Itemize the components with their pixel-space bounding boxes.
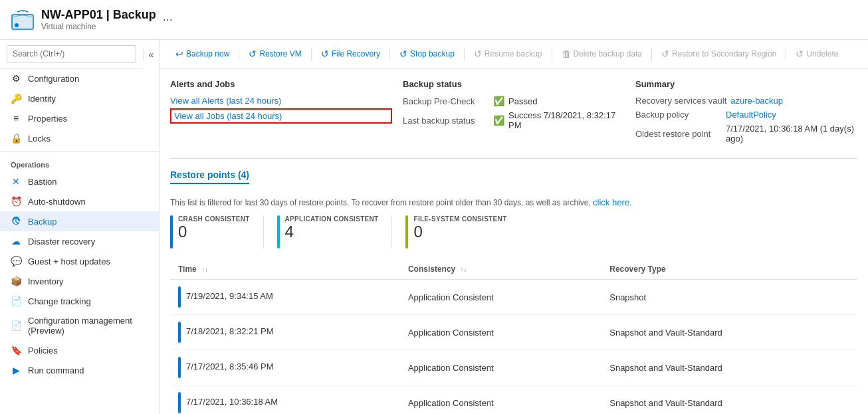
sidebar-item-change-tracking[interactable]: 📄 Change tracking bbox=[0, 291, 159, 311]
header: NW-APP01 | Backup Virtual machine ··· bbox=[0, 0, 868, 40]
cell-consistency: Application Consistent bbox=[400, 280, 601, 315]
cell-consistency: Application Consistent bbox=[400, 350, 601, 385]
policy-label: Backup policy bbox=[635, 110, 722, 120]
stop-backup-icon: ↺ bbox=[399, 49, 407, 59]
info-row: Alerts and Jobs View all Alerts (last 24… bbox=[170, 79, 857, 145]
col-time: Time ↑↓ bbox=[170, 259, 400, 280]
oldest-label: Oldest restore point bbox=[635, 129, 722, 139]
sidebar-item-policies[interactable]: 🔖 Policies bbox=[0, 340, 159, 360]
page-subtitle: Virtual machine bbox=[41, 22, 156, 31]
sidebar-item-run-command[interactable]: ▶ Run command bbox=[0, 360, 159, 380]
backup-icon bbox=[11, 216, 21, 227]
row-indicator bbox=[178, 357, 181, 378]
filter-text: This list is filtered for last 30 days o… bbox=[170, 197, 857, 207]
resume-backup-button[interactable]: ↺ Resume backup bbox=[469, 45, 548, 62]
auto-shutdown-icon: ⏰ bbox=[11, 196, 21, 207]
sidebar-search-row: « bbox=[0, 40, 159, 68]
view-jobs-link[interactable]: View all Jobs (last 24 hours) bbox=[170, 108, 392, 124]
content-scroll: Alerts and Jobs View all Alerts (last 24… bbox=[160, 68, 868, 414]
toolbar-sep-5 bbox=[552, 47, 552, 60]
sidebar-item-label: Configuration bbox=[28, 74, 79, 84]
section-divider bbox=[170, 158, 857, 159]
cell-recovery-type: Snapshot and Vault-Standard bbox=[601, 350, 857, 385]
consistency-sort-icon[interactable]: ↑↓ bbox=[461, 266, 467, 273]
toolbar-sep-2 bbox=[311, 47, 312, 60]
sidebar-item-backup[interactable]: Backup bbox=[0, 211, 159, 231]
properties-icon: ≡ bbox=[11, 113, 21, 124]
sidebar-item-label: Disaster recovery bbox=[28, 237, 95, 247]
cell-recovery-type: Snapshot and Vault-Standard bbox=[601, 315, 857, 350]
sidebar-item-auto-shutdown[interactable]: ⏰ Auto-shutdown bbox=[0, 191, 159, 211]
crash-consistent-label: CRASH CONSISTENT bbox=[178, 215, 250, 223]
cell-time: 7/17/2021, 10:36:18 AM bbox=[170, 385, 400, 415]
cell-time: 7/17/2021, 8:35:46 PM bbox=[170, 350, 400, 385]
row-indicator bbox=[178, 286, 181, 308]
search-input[interactable] bbox=[7, 45, 136, 62]
click-here-link[interactable]: click here. bbox=[593, 197, 632, 207]
table-row[interactable]: 7/18/2021, 8:32:21 PM Application Consis… bbox=[170, 315, 857, 350]
sidebar-item-label: Configuration management (Preview) bbox=[28, 316, 148, 336]
file-recovery-button[interactable]: ↺ File Recovery bbox=[316, 45, 385, 62]
sidebar-item-locks[interactable]: 🔒 Locks bbox=[0, 128, 159, 148]
sidebar-collapse-button[interactable]: « bbox=[143, 49, 159, 60]
sidebar-item-properties[interactable]: ≡ Properties bbox=[0, 108, 159, 128]
sidebar-item-bastion[interactable]: ✕ Bastion bbox=[0, 171, 159, 191]
more-options-button[interactable]: ··· bbox=[163, 13, 173, 27]
sidebar-search-container bbox=[0, 40, 143, 68]
table-row[interactable]: 7/19/2021, 9:34:15 AM Application Consis… bbox=[170, 280, 857, 315]
sidebar-item-guest-host-updates[interactable]: 💬 Guest + host updates bbox=[0, 251, 159, 271]
sidebar-item-label: Auto-shutdown bbox=[28, 197, 86, 207]
delete-backup-data-button[interactable]: 🗑 Delete backup data bbox=[556, 45, 647, 62]
header-title-block: NW-APP01 | Backup Virtual machine bbox=[41, 8, 156, 31]
restore-secondary-button[interactable]: ↺ Restore to Secondary Region bbox=[656, 45, 782, 62]
metric-fs-content: FILE-SYSTEM CONSISTENT 0 bbox=[413, 215, 506, 249]
file-recovery-icon: ↺ bbox=[321, 49, 329, 59]
guest-updates-icon: 💬 bbox=[11, 256, 21, 266]
metric-crash-consistent: CRASH CONSISTENT 0 bbox=[170, 215, 263, 249]
application-consistent-label: APPLICATION CONSISTENT bbox=[285, 215, 379, 223]
metric-crash-content: CRASH CONSISTENT 0 bbox=[178, 215, 250, 249]
restore-vm-button[interactable]: ↺ Restore VM bbox=[243, 45, 306, 62]
page-title: NW-APP01 | Backup bbox=[41, 8, 156, 22]
sidebar-item-label: Backup bbox=[28, 217, 56, 227]
view-alerts-link[interactable]: View all Alerts (last 24 hours) bbox=[170, 96, 392, 106]
sidebar-item-config-management[interactable]: 📄 Configuration management (Preview) bbox=[0, 311, 159, 340]
time-sort-icon[interactable]: ↑↓ bbox=[201, 266, 208, 273]
content-area: ↩ Backup now ↺ Restore VM ↺ File Recover… bbox=[160, 40, 868, 414]
sidebar-item-disaster-recovery[interactable]: ☁ Disaster recovery bbox=[0, 231, 159, 251]
metric-sep-2 bbox=[391, 215, 392, 249]
toolbar: ↩ Backup now ↺ Restore VM ↺ File Recover… bbox=[160, 40, 868, 68]
sidebar: « ⚙ Configuration 🔑 Identity ≡ Propertie… bbox=[0, 40, 160, 414]
backup-status-title: Backup status bbox=[403, 79, 625, 89]
cell-consistency: Application Consistent bbox=[400, 315, 601, 350]
undelete-button[interactable]: ↺ Undelete bbox=[790, 45, 843, 62]
table-row[interactable]: 7/17/2021, 8:35:46 PM Application Consis… bbox=[170, 350, 857, 385]
sidebar-item-label: Identity bbox=[28, 94, 56, 104]
sidebar-item-configuration[interactable]: ⚙ Configuration bbox=[0, 68, 159, 88]
sidebar-item-label: Policies bbox=[28, 346, 58, 356]
vault-row: Recovery services vault azure-backup bbox=[635, 96, 857, 106]
sidebar-item-label: Bastion bbox=[28, 177, 56, 187]
backup-now-button[interactable]: ↩ Backup now bbox=[170, 45, 235, 62]
toolbar-sep-6 bbox=[651, 47, 652, 60]
policy-value[interactable]: DefaultPolicy bbox=[726, 110, 776, 120]
alerts-jobs-col: Alerts and Jobs View all Alerts (last 24… bbox=[170, 79, 392, 145]
summary-title: Summary bbox=[635, 79, 857, 89]
sidebar-item-identity[interactable]: 🔑 Identity bbox=[0, 88, 159, 108]
last-backup-value: Success 7/18/2021, 8:32:17 PM bbox=[508, 110, 625, 130]
sidebar-divider bbox=[0, 151, 159, 152]
cell-consistency: Application Consistent bbox=[400, 385, 601, 415]
precheck-label: Backup Pre-Check bbox=[403, 96, 489, 106]
alerts-jobs-title: Alerts and Jobs bbox=[170, 79, 392, 89]
crash-consistent-value: 0 bbox=[178, 223, 250, 241]
stop-backup-button[interactable]: ↺ Stop backup bbox=[394, 45, 460, 62]
svg-point-2 bbox=[15, 23, 19, 27]
last-backup-label: Last backup status bbox=[403, 116, 489, 126]
metrics-row: CRASH CONSISTENT 0 APPLICATION CONSISTEN… bbox=[170, 215, 857, 249]
policies-icon: 🔖 bbox=[11, 345, 21, 356]
sidebar-item-inventory[interactable]: 📦 Inventory bbox=[0, 271, 159, 291]
vault-value[interactable]: azure-backup bbox=[730, 96, 783, 106]
config-management-icon: 📄 bbox=[11, 320, 21, 331]
table-row[interactable]: 7/17/2021, 10:36:18 AM Application Consi… bbox=[170, 385, 857, 415]
file-system-consistent-bar bbox=[405, 215, 408, 249]
